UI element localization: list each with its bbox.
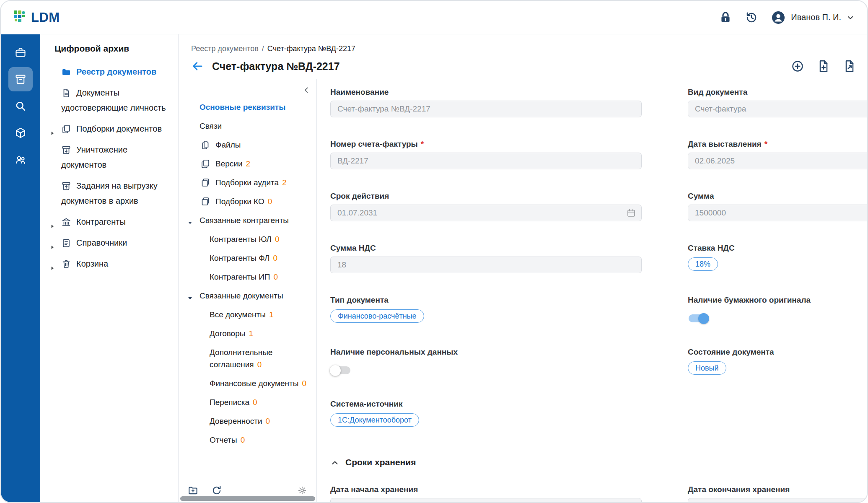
storage-section-header[interactable]: Сроки хранения	[330, 451, 867, 485]
files-icon	[200, 140, 210, 153]
tab-files[interactable]: Файлы	[179, 135, 312, 154]
field-personal-data: Наличие персональных данных	[330, 347, 642, 399]
document-nav-panel: Основные реквизиты Связи Файлы	[179, 79, 317, 502]
tab-reports[interactable]: Отчеты0	[179, 430, 312, 449]
tab-counterparties-ip[interactable]: Контрагенты ИП0	[179, 267, 312, 286]
field-label: Дата выставления	[688, 140, 762, 149]
breadcrumb-parent[interactable]: Реестр документов	[191, 44, 259, 53]
sidebar-item-archive-export-tasks[interactable]: Задания на выгрузку документов в архив	[40, 175, 172, 211]
field-vat-amount: Сумма НДС 18	[330, 244, 642, 296]
tab-main-requisites[interactable]: Основные реквизиты	[179, 98, 312, 117]
rail-item-workspace[interactable]	[8, 40, 33, 65]
field-label: Срок действия	[330, 192, 389, 201]
tab-all-documents[interactable]: Все документы1	[179, 305, 312, 324]
briefcase-icon	[15, 47, 26, 58]
tab-correspondence[interactable]: Переписка0	[179, 393, 312, 412]
breadcrumb-current: Счет-фактура №ВД-2217	[267, 44, 355, 53]
content-body: Основные реквизиты Связи Файлы	[179, 79, 867, 502]
field-paper-original: Наличие бумажного оригинала	[688, 296, 867, 347]
refresh-icon[interactable]	[211, 485, 222, 496]
personal-data-toggle[interactable]	[330, 366, 351, 375]
tab-audit-collections[interactable]: Подборки аудита2	[179, 173, 312, 192]
count-badge: 0	[253, 398, 257, 407]
issue-date-input[interactable]: 02.06.2025	[688, 153, 867, 169]
gear-icon[interactable]	[297, 485, 307, 495]
back-button[interactable]	[191, 60, 204, 73]
collection-icon	[200, 197, 210, 210]
tab-counterparties-ul[interactable]: Контрагенты ЮЛ0	[179, 230, 312, 249]
rail-item-users[interactable]	[8, 148, 33, 172]
tab-contracts[interactable]: Договоры1	[179, 324, 312, 343]
field-storage-start: Дата начала хранения	[330, 485, 642, 502]
archive-box-up-icon	[61, 181, 71, 196]
caret-down-icon	[187, 217, 193, 229]
content: Реестр документов/Счет-фактура №ВД-2217 …	[179, 34, 867, 502]
add-circle-icon[interactable]	[791, 60, 804, 73]
book-icon	[61, 238, 71, 253]
rail-item-archive[interactable]	[8, 67, 33, 91]
topbar-actions: Иванов П. И.	[719, 10, 855, 25]
field-name: Наименование Счет-фактура №ВД-2217	[330, 88, 642, 140]
sidebar-item-document-collections[interactable]: Подборки документов	[40, 118, 172, 139]
state-chip[interactable]: Новый	[688, 361, 726, 375]
caret-right-icon	[49, 219, 55, 234]
tab-ko-collections[interactable]: Подборки КО0	[179, 192, 312, 211]
tab-additional-agreements[interactable]: Дополнительные соглашения0	[179, 343, 312, 374]
rail-item-packages[interactable]	[8, 121, 33, 145]
lock-icon[interactable]	[719, 11, 732, 24]
history-icon[interactable]	[745, 11, 758, 24]
source-system-chip[interactable]: 1С:Документооборот	[330, 413, 419, 427]
sidebar-item-identity-documents[interactable]: Документы удостоверяющие личность	[40, 82, 172, 118]
user-menu[interactable]: Иванов П. И.	[771, 10, 855, 25]
tab-financial-documents[interactable]: Финансовые документы0	[179, 374, 312, 393]
required-marker: *	[764, 140, 767, 149]
collapse-chevron-icon[interactable]	[301, 85, 311, 95]
horizontal-scrollbar[interactable]	[180, 496, 315, 501]
sidebar-item-document-registry[interactable]: Реестр документов	[40, 61, 172, 82]
brand[interactable]: LDM	[13, 10, 60, 25]
sidebar-item-document-destruction[interactable]: Уничтожение документов	[40, 139, 172, 175]
count-badge: 0	[275, 235, 280, 244]
vat-amount-input[interactable]: 18	[330, 257, 642, 273]
file-add-icon[interactable]	[817, 60, 830, 73]
folder-add-icon[interactable]	[188, 485, 199, 496]
vat-rate-chip[interactable]: 18%	[688, 257, 718, 271]
tab-counterparties-fl[interactable]: Контрагенты ФЛ0	[179, 249, 312, 267]
document-nav-list: Основные реквизиты Связи Файлы	[179, 98, 316, 478]
count-badge: 0	[266, 417, 270, 425]
sidebar: Цифровой архив Реестр документов	[40, 34, 179, 502]
sidebar-item-reference-books[interactable]: Справочники	[40, 232, 172, 253]
amount-input[interactable]: 1500000	[688, 205, 867, 221]
tab-relations[interactable]: Связи	[179, 117, 312, 135]
archive-box-down-icon	[61, 145, 71, 160]
doc-type-chip[interactable]: Финансово-расчётные	[330, 309, 424, 323]
field-label: Номер счета-фактуры	[330, 140, 418, 149]
sidebar-item-counterparties[interactable]: Контрагенты	[40, 211, 172, 232]
avatar-icon	[771, 10, 786, 25]
storage-end-input[interactable]	[688, 498, 867, 502]
count-badge: 0	[257, 360, 262, 369]
rail-item-search[interactable]	[8, 94, 33, 118]
group-related-documents[interactable]: Связанные документы	[179, 286, 312, 305]
field-label: Вид документа	[688, 88, 747, 97]
count-badge: 2	[282, 178, 287, 187]
breadcrumb-separator: /	[262, 44, 264, 53]
paper-original-toggle[interactable]	[688, 314, 709, 323]
count-badge: 0	[268, 197, 272, 206]
field-label: Состояние документа	[688, 347, 774, 357]
folder-icon	[61, 67, 71, 82]
count-badge: 1	[269, 310, 274, 319]
kind-input[interactable]: Счет-фактура	[688, 101, 867, 117]
invoice-number-input[interactable]: ВД-2217	[330, 153, 642, 169]
sidebar-item-trash[interactable]: Корзина	[40, 253, 172, 274]
field-invoice-number: Номер счета-фактуры* ВД-2217	[330, 140, 642, 192]
validity-input[interactable]: 01.07.2031	[330, 205, 642, 221]
field-state: Состояние документа Новый	[688, 347, 867, 399]
name-input[interactable]: Счет-фактура №ВД-2217	[330, 101, 642, 117]
calendar-icon[interactable]	[626, 208, 636, 218]
tab-versions[interactable]: Версии2	[179, 154, 312, 173]
file-export-icon[interactable]	[843, 60, 856, 73]
tab-powers-of-attorney[interactable]: Доверенности0	[179, 412, 312, 430]
storage-start-input[interactable]	[330, 498, 642, 502]
group-related-counterparties[interactable]: Связанные контрагенты	[179, 211, 312, 230]
